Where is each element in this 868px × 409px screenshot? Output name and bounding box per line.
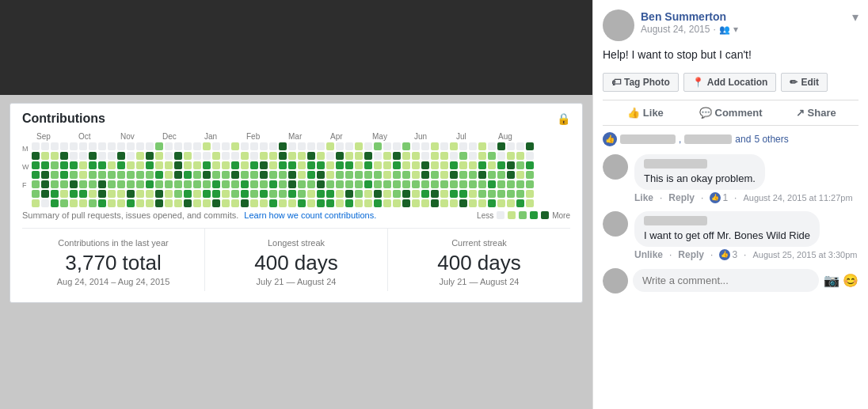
- unlike-link-2[interactable]: Unlike: [634, 249, 663, 260]
- week-col-6: [89, 142, 97, 207]
- reply-link-1[interactable]: Reply: [668, 192, 695, 203]
- day-cell: [269, 171, 277, 179]
- day-cell: [516, 152, 524, 160]
- day-cell: [497, 142, 505, 150]
- day-cell: [298, 180, 306, 188]
- reaction-others[interactable]: 5 others: [754, 134, 788, 145]
- stat-range-1: July 21 — August 24: [211, 277, 381, 286]
- day-cell: [307, 199, 315, 207]
- comment-input[interactable]: [633, 269, 819, 292]
- day-cell: [193, 190, 201, 198]
- day-cell: [488, 199, 496, 207]
- day-cell: [345, 171, 353, 179]
- day-cell: [288, 152, 296, 160]
- day-cell: [507, 152, 515, 160]
- day-cell: [146, 171, 154, 179]
- like-link-1[interactable]: Like: [634, 192, 653, 203]
- day-cell: [269, 190, 277, 198]
- day-cell: [497, 171, 505, 179]
- day-cell: [317, 142, 325, 150]
- day-cell: [89, 161, 97, 169]
- stat-label-2: Current streak: [394, 238, 564, 248]
- day-cell: [288, 142, 296, 150]
- day-cell: [516, 161, 524, 169]
- emoji-icon[interactable]: 😊: [843, 273, 858, 288]
- stat-range-0: Aug 24, 2014 – Aug 24, 2015: [29, 277, 198, 286]
- week-col-14: [165, 142, 173, 207]
- week-col-49: [497, 142, 505, 207]
- week-col-40: [412, 142, 420, 207]
- day-cell: [32, 152, 40, 160]
- day-cell: [412, 161, 420, 169]
- day-cell: [127, 199, 135, 207]
- day-cell: [165, 142, 173, 150]
- action-btn-add-location[interactable]: 📍Add Location: [683, 73, 777, 92]
- day-cell: [383, 152, 391, 160]
- day-cell: [41, 171, 49, 179]
- learn-more-link[interactable]: Learn how we count contributions.: [244, 210, 376, 220]
- day-cell: [165, 152, 173, 160]
- day-cell: [60, 199, 68, 207]
- week-col-51: [516, 142, 524, 207]
- day-cell: [241, 190, 249, 198]
- day-cell: [98, 180, 106, 188]
- week-col-43: [440, 142, 448, 207]
- fb-btn-comment[interactable]: 💬Comment: [688, 102, 774, 123]
- reaction-name-1: [620, 134, 676, 144]
- day-cell: [288, 199, 296, 207]
- day-cell: [317, 171, 325, 179]
- fb-btn-share[interactable]: ↗Share: [773, 102, 858, 123]
- action-icon-1: 📍: [692, 77, 704, 88]
- post-author[interactable]: Ben Summerton: [641, 10, 726, 23]
- day-cell: [32, 180, 40, 188]
- day-cell: [364, 152, 372, 160]
- day-cell: [459, 190, 467, 198]
- week-col-32: [336, 142, 344, 207]
- reaction-and: and: [735, 134, 751, 145]
- day-cell: [241, 152, 249, 160]
- day-cell: [98, 161, 106, 169]
- day-cell: [32, 161, 40, 169]
- day-cell: [478, 199, 486, 207]
- day-cell: [469, 152, 477, 160]
- week-col-1: [41, 142, 49, 207]
- dropdown-arrow[interactable]: ▾: [733, 24, 738, 35]
- day-cell: [60, 161, 68, 169]
- fb-btn-like[interactable]: 👍Like: [603, 102, 688, 123]
- reply-link-2[interactable]: Reply: [678, 249, 704, 260]
- day-cell: [393, 152, 401, 160]
- day-cell: [450, 152, 458, 160]
- action-btn-tag-photo[interactable]: 🏷Tag Photo: [603, 73, 679, 92]
- day-cell: [279, 180, 287, 188]
- day-cell: [355, 180, 363, 188]
- week-col-8: [108, 142, 116, 207]
- day-cell: [421, 180, 429, 188]
- legend-3: [530, 211, 538, 219]
- day-label-4: F: [22, 182, 29, 189]
- day-cell: [165, 199, 173, 207]
- day-cell: [231, 199, 239, 207]
- month-label-Apr: Apr: [330, 132, 372, 141]
- separator-4: ·: [669, 249, 672, 260]
- day-cell: [317, 152, 325, 160]
- action-btn-edit[interactable]: ✏Edit: [781, 73, 828, 92]
- day-cell: [364, 199, 372, 207]
- week-col-21: [231, 142, 239, 207]
- day-cell: [155, 161, 163, 169]
- week-col-41: [421, 142, 429, 207]
- day-cell: [450, 190, 458, 198]
- comment-text-2: I want to get off Mr. Bones Wild Ride: [644, 229, 810, 241]
- day-cell: [326, 152, 334, 160]
- day-cell: [174, 161, 182, 169]
- day-cell: [374, 199, 382, 207]
- day-cell: [260, 180, 268, 188]
- day-cell: [41, 180, 49, 188]
- day-cell: [79, 171, 87, 179]
- day-cell: [279, 199, 287, 207]
- day-cell: [231, 180, 239, 188]
- reaction-name-2: [684, 134, 732, 144]
- post-chevron[interactable]: ▾: [852, 9, 858, 25]
- day-cell: [507, 199, 515, 207]
- camera-icon[interactable]: 📷: [824, 273, 839, 288]
- day-cell: [89, 190, 97, 198]
